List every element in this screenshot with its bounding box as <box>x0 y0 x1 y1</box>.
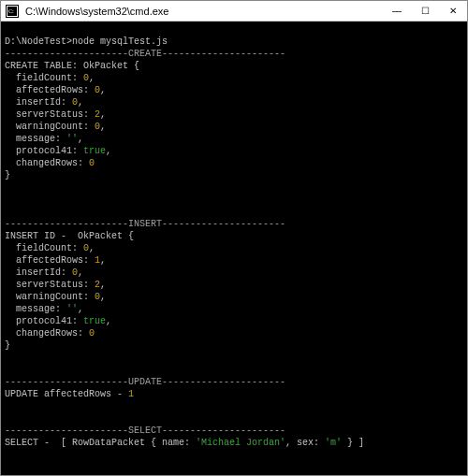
update-value: 1 <box>128 389 134 399</box>
warning-count-value: 0 <box>95 122 100 132</box>
protocol41-value: true <box>83 146 106 156</box>
message-value: '' <box>66 134 78 144</box>
insert-id-value: 0 <box>72 267 78 278</box>
window-controls: — ☐ ✕ <box>383 1 467 21</box>
select-name: 'Michael Jordan' <box>196 438 285 448</box>
changed-rows-value: 0 <box>89 158 95 168</box>
select-label: SELECT - [ RowDataPacket { name: <box>5 438 196 448</box>
affected-rows-label: affectedRows: <box>5 255 95 266</box>
insert-header: INSERT ID - OkPacket { <box>5 231 134 241</box>
close-button[interactable]: ✕ <box>439 1 467 21</box>
minimize-button[interactable]: — <box>383 1 411 21</box>
select-end: } ] <box>342 438 364 448</box>
cmd-window: C: C:\Windows\system32\cmd.exe — ☐ ✕ D:\… <box>0 0 468 476</box>
protocol41-value: true <box>83 316 106 326</box>
field-count-label: fieldCount: <box>5 243 83 253</box>
close-brace: } <box>5 340 10 351</box>
field-count-label: fieldCount: <box>5 73 83 83</box>
warning-count-value: 0 <box>95 292 100 302</box>
titlebar[interactable]: C: C:\Windows\system32\cmd.exe — ☐ ✕ <box>1 1 467 22</box>
section-insert: ----------------------INSERT------------… <box>5 219 285 229</box>
section-update: ----------------------UPDATE------------… <box>5 377 285 387</box>
protocol41-label: protocol41: <box>5 316 83 326</box>
warning-count-label: warningCount: <box>5 122 95 132</box>
insert-id-label: insertId: <box>5 97 72 108</box>
changed-rows-value: 0 <box>89 328 95 339</box>
changed-rows-label: changedRows: <box>5 328 89 339</box>
section-delete: ----------------------DELETE------------… <box>5 474 285 475</box>
cmd-icon: C: <box>5 4 20 19</box>
protocol41-label: protocol41: <box>5 146 83 156</box>
select-sex: 'm' <box>325 438 342 448</box>
server-status-value: 2 <box>95 109 100 120</box>
section-select: ----------------------SELECT------------… <box>5 426 285 436</box>
affected-rows-value: 1 <box>95 255 100 266</box>
create-header: CREATE TABLE: OkPacket { <box>5 61 139 71</box>
select-mid: , sex: <box>285 438 325 448</box>
window-title: C:\Windows\system32\cmd.exe <box>23 6 383 17</box>
server-status-value: 2 <box>95 280 100 290</box>
svg-text:C:: C: <box>8 8 14 14</box>
affected-rows-label: affectedRows: <box>5 85 95 95</box>
terminal-output[interactable]: D:\NodeTest>node mysqlTest.js ----------… <box>1 22 467 475</box>
message-value: '' <box>66 304 78 314</box>
message-label: message: <box>5 134 66 144</box>
update-label: UPDATE affectedRows - <box>5 389 128 399</box>
section-create: ----------------------CREATE------------… <box>5 49 285 59</box>
insert-id-label: insertId: <box>5 267 72 278</box>
prompt-line: D:\NodeTest>node mysqlTest.js <box>5 36 168 47</box>
maximize-button[interactable]: ☐ <box>411 1 439 21</box>
insert-id-value: 0 <box>72 97 78 108</box>
field-count-value: 0 <box>83 243 89 253</box>
server-status-label: serverStatus: <box>5 280 95 290</box>
changed-rows-label: changedRows: <box>5 158 89 168</box>
server-status-label: serverStatus: <box>5 109 95 120</box>
close-brace: } <box>5 170 10 180</box>
message-label: message: <box>5 304 66 314</box>
warning-count-label: warningCount: <box>5 292 95 302</box>
field-count-value: 0 <box>83 73 89 83</box>
affected-rows-value: 0 <box>95 85 100 95</box>
